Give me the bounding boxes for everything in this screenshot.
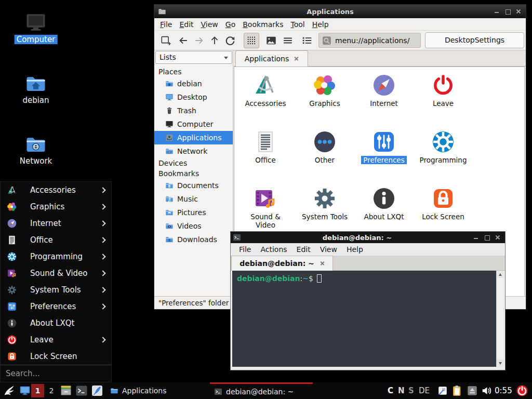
maximize-button[interactable] <box>484 235 489 240</box>
caps-lock-indicator[interactable]: C <box>388 382 393 399</box>
menu-view[interactable]: View <box>197 20 222 29</box>
forward-icon[interactable] <box>193 35 205 46</box>
thumbnail-view-icon[interactable] <box>265 35 277 46</box>
terminal-titlebar[interactable]: debian@debian: ~ <box>231 232 505 243</box>
sidebar-item-computer[interactable]: Computer <box>154 117 233 131</box>
address-bar[interactable]: menu://applications/ <box>318 33 421 48</box>
icon-view-button[interactable] <box>244 33 259 48</box>
reload-icon[interactable] <box>224 35 236 46</box>
menu-search-input[interactable]: Search... <box>1 365 111 382</box>
menu-item-office[interactable]: Office <box>1 232 111 248</box>
sidebar-item-trash[interactable]: Trash <box>154 104 233 117</box>
submenu-arrow-icon <box>100 254 105 259</box>
tab-applications[interactable]: Applications <box>235 50 308 66</box>
minimize-button[interactable] <box>494 9 499 14</box>
terminal-screen[interactable]: debian@debian:~$ <box>232 271 503 367</box>
workspace-2-button[interactable]: 2 <box>46 384 57 397</box>
terminal-launcher[interactable] <box>75 384 88 397</box>
folder-preferences[interactable]: Preferences <box>354 126 414 183</box>
network-folder-desktop-icon[interactable] <box>24 134 48 155</box>
scroll-down-icon[interactable] <box>497 360 504 367</box>
folder-programming[interactable]: Programming <box>414 126 473 183</box>
workspace-1-button[interactable]: 1 <box>31 384 44 397</box>
taskbar: 1 2 Applications debian@debian: ~ C N S … <box>0 382 532 399</box>
back-icon[interactable] <box>178 35 189 46</box>
menu-edit[interactable]: Edit <box>176 20 197 29</box>
close-button[interactable] <box>516 9 521 14</box>
featherpad-launcher[interactable] <box>91 384 103 397</box>
task-terminal[interactable]: debian@debian: ~ <box>210 382 313 399</box>
menu-item-sound-video[interactable]: Sound & Video <box>1 265 111 282</box>
computer-desktop-icon[interactable] <box>24 11 47 33</box>
file-manager-titlebar[interactable]: Applications <box>154 5 526 18</box>
sidebar-item-downloads[interactable]: Downloads <box>154 233 233 246</box>
sidebar-item-applications[interactable]: Applications <box>154 131 233 144</box>
tab-close-icon[interactable] <box>320 261 325 266</box>
menu-file[interactable]: File <box>234 245 256 254</box>
menu-bookmarks[interactable]: Bookmarks <box>239 20 287 29</box>
sidebar-item-pictures[interactable]: Pictures <box>154 206 233 219</box>
folder-graphics[interactable]: Graphics <box>295 70 354 126</box>
menu-item-preferences[interactable]: Preferences <box>1 298 111 315</box>
task-applications[interactable]: Applications <box>106 382 209 399</box>
volume-icon[interactable] <box>481 385 493 396</box>
folder-leave[interactable]: Leave <box>414 70 473 126</box>
minimize-button[interactable] <box>473 235 478 240</box>
keyboard-layout-indicator[interactable]: DE <box>419 382 430 399</box>
menu-edit[interactable]: Edit <box>292 245 315 254</box>
maximize-button[interactable] <box>505 9 510 14</box>
menu-item-graphics[interactable]: Graphics <box>1 198 111 215</box>
menu-go[interactable]: Go <box>222 20 239 29</box>
lxqt-menu-button[interactable] <box>3 384 16 397</box>
detailed-view-icon[interactable] <box>301 35 313 46</box>
terminal-scrollbar[interactable] <box>496 271 503 367</box>
clipboard-icon[interactable] <box>451 384 463 397</box>
num-lock-indicator[interactable]: N <box>398 382 405 399</box>
sidebar-item-documents[interactable]: Documents <box>154 179 233 192</box>
tab-close-icon[interactable] <box>294 57 299 61</box>
show-desktop-button[interactable] <box>19 385 31 396</box>
menu-tool[interactable]: Tool <box>287 20 308 29</box>
compact-view-icon[interactable] <box>282 35 294 46</box>
terminal-menubar: File Actions Edit View Help <box>231 243 505 256</box>
sidebar-item-videos[interactable]: Videos <box>154 219 233 233</box>
power-button[interactable] <box>516 384 528 397</box>
up-icon[interactable] <box>209 35 220 46</box>
folder-accessories[interactable]: Accessories <box>236 70 295 126</box>
close-button[interactable] <box>495 235 500 240</box>
menu-item-accessories[interactable]: Accessories <box>1 182 111 198</box>
sidebar-item-music[interactable]: Music <box>154 192 233 206</box>
terminal-tab[interactable]: debian@debian: ~ <box>231 256 333 271</box>
clock[interactable]: 0:55 <box>495 382 512 399</box>
scroll-up-icon[interactable] <box>497 271 504 278</box>
menu-item-leave[interactable]: Leave <box>1 331 111 348</box>
scroll-lock-indicator[interactable]: S <box>408 382 414 399</box>
menu-view[interactable]: View <box>315 245 342 254</box>
desktop-icon-label[interactable]: debian <box>20 96 51 105</box>
menu-item-lock-screen[interactable]: Lock Screen <box>1 348 111 365</box>
menu-item-programming[interactable]: Programming <box>1 248 111 265</box>
menu-help[interactable]: Help <box>342 245 368 254</box>
menu-file[interactable]: File <box>156 20 176 29</box>
screenshot-tool-icon[interactable] <box>437 385 448 396</box>
home-folder-desktop-icon[interactable] <box>24 73 48 95</box>
folder-other[interactable]: Other <box>295 126 354 183</box>
desktop-icon-label[interactable]: Network <box>18 156 55 166</box>
folder-internet[interactable]: Internet <box>354 70 414 126</box>
file-manager-launcher[interactable] <box>60 384 72 397</box>
menu-actions[interactable]: Actions <box>256 245 291 254</box>
desktop-settings-button[interactable]: DesktopSettings <box>425 32 524 48</box>
menu-item-about-lxqt[interactable]: About LXQt <box>1 315 111 331</box>
menu-item-system-tools[interactable]: System Tools <box>1 282 111 298</box>
sidebar-item-network[interactable]: Network <box>154 144 233 158</box>
new-tab-icon[interactable] <box>161 35 172 46</box>
sidebar-item-desktop[interactable]: Desktop <box>154 90 233 104</box>
folder-label: Accessories <box>243 99 288 108</box>
sidebar-item-debian[interactable]: debian <box>154 77 233 90</box>
removable-media-eject-icon[interactable] <box>467 385 478 396</box>
sidebar-mode-dropdown[interactable]: Lists <box>155 51 232 64</box>
menu-item-internet[interactable]: Internet <box>1 215 111 232</box>
menu-help[interactable]: Help <box>309 20 332 29</box>
desktop-icon-label[interactable]: Computer <box>15 35 58 44</box>
folder-office[interactable]: Office <box>236 126 295 183</box>
